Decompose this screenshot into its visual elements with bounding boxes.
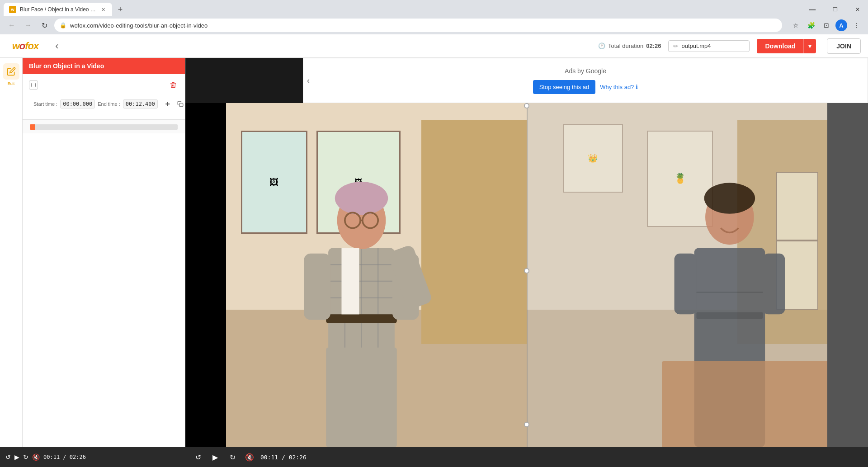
- edit-panel: Blur on Object in a Video: [23, 58, 185, 447]
- edit-canvas: [23, 133, 185, 447]
- svg-rect-18: [326, 348, 397, 447]
- minimize-button[interactable]: ─: [802, 5, 823, 15]
- window-controls: ─ ❐ ✕: [802, 5, 868, 15]
- video-reset-button[interactable]: ↺: [192, 451, 204, 463]
- video-controls: ↺ ▶ ↻ 🔇 00:11 / 02:26: [185, 447, 868, 467]
- header-back-button[interactable]: ‹: [51, 40, 63, 52]
- app-header: wofox ‹ 🕐 Total duration 02:26 ✏ output.…: [0, 34, 868, 58]
- address-bar-row: ← → ↻ 🔒 wofox.com/video-editing-tools/bl…: [0, 16, 868, 34]
- scene-right: 🍍 👑: [527, 103, 827, 447]
- tab-bar: W Blur Face / Object in a Video | W ✕ + …: [0, 0, 868, 16]
- item-checkbox[interactable]: [29, 80, 38, 90]
- svg-rect-17: [341, 248, 359, 315]
- timeline-strip[interactable]: [30, 124, 178, 130]
- svg-point-29: [704, 183, 755, 213]
- extension-button[interactable]: 🧩: [805, 19, 817, 32]
- left-play-button[interactable]: ▶: [14, 453, 19, 461]
- sidebar-edit-button[interactable]: [3, 63, 19, 80]
- start-time-field[interactable]: 00:00.000: [60, 99, 95, 108]
- forward-button[interactable]: →: [22, 19, 34, 32]
- left-time-display: 00:11 / 02:26: [43, 454, 86, 460]
- refresh-button[interactable]: ↻: [38, 19, 51, 32]
- profile-button[interactable]: A: [835, 19, 847, 31]
- black-bar-left: [185, 103, 226, 447]
- browser-actions: ☆ 🧩 ⊡ A ⋮: [789, 19, 863, 32]
- ad-close-button[interactable]: ‹: [307, 76, 310, 85]
- svg-rect-19: [304, 254, 330, 320]
- video-content: 🖼 🖼: [185, 103, 868, 447]
- left-top: Edit Blur on Object in a Video: [0, 58, 185, 447]
- ad-overlay: ‹ Ads by Google Stop seeing this ad Why …: [303, 58, 868, 103]
- video-time-display: 00:11 / 02:26: [260, 454, 307, 461]
- logo-area: wofox: [7, 39, 43, 53]
- left-column: Edit Blur on Object in a Video: [0, 58, 185, 467]
- left-loop-button[interactable]: ↻: [23, 453, 28, 461]
- menu-button[interactable]: ⋮: [850, 19, 863, 32]
- add-keyframe-button[interactable]: +: [162, 99, 173, 109]
- video-frame: 🖼 🖼: [185, 103, 868, 447]
- blur-item-header: [26, 78, 181, 92]
- join-button[interactable]: JOIN: [827, 38, 861, 54]
- download-options-button[interactable]: ▾: [803, 39, 816, 53]
- video-mute-button[interactable]: 🔇: [243, 451, 256, 463]
- url-text: wofox.com/video-editing-tools/blur-an-ob…: [70, 22, 777, 29]
- svg-rect-27: [696, 312, 763, 319]
- svg-point-16: [335, 182, 388, 215]
- address-bar[interactable]: 🔒 wofox.com/video-editing-tools/blur-an-…: [54, 19, 782, 32]
- left-reset-button[interactable]: ↺: [5, 453, 11, 461]
- info-icon: ℹ: [636, 84, 638, 90]
- back-button[interactable]: ←: [5, 19, 18, 32]
- black-bar-right: [827, 103, 868, 447]
- browser-chrome: W Blur Face / Object in a Video | W ✕ + …: [0, 0, 868, 34]
- ad-buttons: Stop seeing this ad Why this ad? ℹ: [533, 80, 638, 94]
- ssl-lock-icon: 🔒: [60, 22, 66, 28]
- blur-item-row: Start time : 00:00.000 End time : 00:12.…: [26, 92, 181, 116]
- left-sidebar: Edit: [0, 58, 23, 447]
- stop-seeing-ad-button[interactable]: Stop seeing this ad: [533, 80, 596, 94]
- svg-rect-0: [32, 83, 36, 87]
- clock-icon: 🕐: [598, 42, 605, 49]
- logo[interactable]: wofox: [7, 39, 43, 53]
- cast-button[interactable]: ⊡: [820, 19, 833, 32]
- timeline-area: [23, 120, 185, 133]
- close-button[interactable]: ✕: [847, 6, 868, 13]
- divider-handle-top[interactable]: [524, 103, 529, 108]
- video-loop-button[interactable]: ↻: [226, 451, 239, 463]
- time-info: Start time : 00:00.000 End time : 00:12.…: [33, 99, 158, 108]
- why-this-ad-button[interactable]: Why this ad? ℹ: [600, 84, 638, 90]
- output-filename[interactable]: ✏ output.mp4: [668, 40, 750, 52]
- tab-title: Blur Face / Object in a Video | W: [20, 6, 96, 13]
- video-area: ‹ Ads by Google Stop seeing this ad Why …: [185, 58, 868, 467]
- left-video-controls: ↺ ▶ ↻ 🔇 00:11 / 02:26: [0, 447, 185, 467]
- ad-label: Ads by Google: [565, 67, 606, 75]
- video-play-button[interactable]: ▶: [209, 451, 222, 463]
- edit-label: Edit: [8, 81, 15, 86]
- panel-title: Blur on Object in a Video: [29, 62, 104, 70]
- svg-rect-14: [326, 314, 397, 323]
- copy-item-button[interactable]: [175, 99, 186, 109]
- new-tab-button[interactable]: +: [114, 3, 127, 16]
- edit-panel-header: Blur on Object in a Video: [23, 58, 185, 74]
- divider-handle-bottom[interactable]: [524, 422, 529, 427]
- app-container: wofox ‹ 🕐 Total duration 02:26 ✏ output.…: [0, 34, 868, 467]
- left-mute-button[interactable]: 🔇: [32, 453, 40, 461]
- logo-text: wofox: [12, 40, 39, 52]
- delete-item-button[interactable]: [168, 80, 179, 90]
- end-time-field[interactable]: 00:12.400: [123, 99, 158, 108]
- scene-left: 🖼 🖼: [226, 103, 527, 447]
- download-button-group: Download ▾: [757, 39, 816, 53]
- tab-close-button[interactable]: ✕: [99, 6, 107, 13]
- main-content: Edit Blur on Object in a Video: [0, 58, 868, 467]
- star-button[interactable]: ☆: [789, 19, 802, 32]
- svg-rect-30: [675, 254, 697, 315]
- edit-filename-icon: ✏: [673, 42, 679, 50]
- tab-favicon: W: [9, 6, 16, 13]
- active-tab[interactable]: W Blur Face / Object in a Video | W ✕: [4, 3, 112, 16]
- svg-rect-31: [763, 254, 785, 315]
- video-divider: [527, 103, 528, 447]
- blur-item-container: Start time : 00:00.000 End time : 00:12.…: [23, 74, 185, 120]
- svg-rect-5: [179, 103, 183, 107]
- download-button[interactable]: Download: [757, 39, 803, 53]
- total-duration: 🕐 Total duration 02:26: [598, 42, 661, 49]
- restore-button[interactable]: ❐: [825, 6, 845, 13]
